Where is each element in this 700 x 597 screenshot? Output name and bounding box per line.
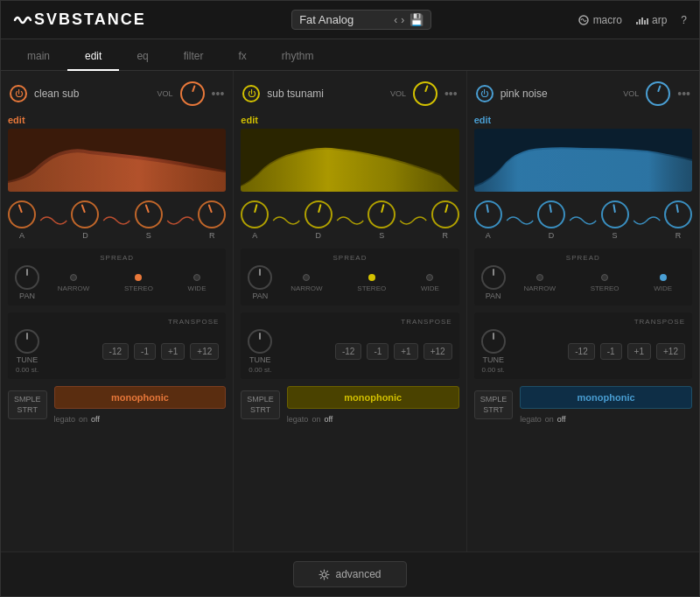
adsr-s-knob-2[interactable] <box>368 200 396 228</box>
help-button[interactable]: ? <box>681 14 687 26</box>
pan-knob-2[interactable] <box>248 265 272 290</box>
transpose-minus12-3[interactable]: -12 <box>568 343 594 360</box>
synth-columns: ⏻ clean sub VOL ••• edit <box>1 71 699 551</box>
prev-preset-button[interactable]: ‹ <box>394 14 397 26</box>
transpose-plus1-3[interactable]: +1 <box>627 343 651 360</box>
transpose-header-1: TRANSPOSE <box>15 318 219 326</box>
adsr-s-knob-3[interactable] <box>601 200 629 228</box>
transpose-plus1-1[interactable]: +1 <box>161 343 185 360</box>
spread-narrow-2[interactable]: NARROW <box>290 274 322 292</box>
mono-button-3[interactable]: monophonic <box>520 386 692 409</box>
tab-rhythm[interactable]: rhythm <box>264 43 332 71</box>
legato-off-2[interactable]: off <box>324 415 332 424</box>
spread-header-1: SPREAD <box>15 254 219 262</box>
adsr-wave-1 <box>36 212 71 229</box>
smpl-button-1[interactable]: SMPLESTRT <box>8 390 47 419</box>
power-button-3[interactable]: ⏻ <box>476 85 494 102</box>
transpose-plus12-3[interactable]: +12 <box>656 343 685 360</box>
smpl-button-3[interactable]: SMPLESTRT <box>474 390 514 419</box>
adsr-r-knob-1[interactable] <box>198 200 226 228</box>
legato-row-2: legato on off <box>287 415 459 424</box>
vol-knob-2[interactable] <box>413 81 438 106</box>
transpose-minus1-2[interactable]: -1 <box>367 343 388 360</box>
spread-wide-2[interactable]: WIDE <box>421 274 439 292</box>
more-menu-1[interactable]: ••• <box>212 87 225 101</box>
legato-off-3[interactable]: off <box>557 415 566 424</box>
advanced-button[interactable]: advanced <box>293 561 406 587</box>
legato-on-3[interactable]: on <box>545 415 554 424</box>
spread-narrow-dot-3 <box>536 274 543 281</box>
spread-stereo-dot-2 <box>368 274 375 281</box>
pan-label-2: PAN <box>252 291 268 300</box>
adsr-a-knob-3[interactable] <box>474 200 502 228</box>
adsr-s-3: S <box>601 200 629 240</box>
more-menu-2[interactable]: ••• <box>444 87 458 101</box>
vol-label-1: VOL <box>158 89 173 98</box>
spread-options-3: NARROW STEREO WIDE <box>511 274 685 292</box>
vol-label-2: VOL <box>390 89 406 98</box>
spread-stereo-3[interactable]: STEREO <box>591 274 620 292</box>
svg-rect-2 <box>639 19 640 25</box>
transpose-minus12-1[interactable]: -12 <box>102 343 129 360</box>
adsr-r-knob-3[interactable] <box>664 200 692 228</box>
preset-selector[interactable]: Fat Analog ‹ › 💾 <box>291 10 431 30</box>
channel-name-1: clean sub <box>34 88 150 100</box>
transpose-minus12-2[interactable]: -12 <box>335 343 361 360</box>
adsr-d-knob-1[interactable] <box>71 200 99 228</box>
tab-main[interactable]: main <box>10 43 67 71</box>
spread-stereo-1[interactable]: STEREO <box>124 274 153 292</box>
adsr-a-knob-1[interactable] <box>8 200 36 228</box>
vol-knob-1[interactable] <box>180 81 205 106</box>
pan-knob-wrap-3: PAN <box>481 265 506 300</box>
legato-on-1[interactable]: on <box>79 415 88 424</box>
spread-narrow-3[interactable]: NARROW <box>524 274 556 292</box>
tab-eq[interactable]: eq <box>119 43 165 71</box>
tune-transpose-3: TRANSPOSE TUNE 0.00 st. -12 -1 +1 +12 <box>474 313 692 379</box>
pan-knob-3[interactable] <box>481 265 506 290</box>
pan-knob-1[interactable] <box>15 265 39 290</box>
tab-edit[interactable]: edit <box>67 43 119 71</box>
more-menu-3[interactable]: ••• <box>677 87 690 101</box>
transpose-header-3: TRANSPOSE <box>481 318 685 326</box>
spread-wide-3[interactable]: WIDE <box>654 274 672 292</box>
vol-knob-3[interactable] <box>646 81 670 106</box>
save-preset-button[interactable]: 💾 <box>410 13 424 26</box>
spread-stereo-2[interactable]: STEREO <box>357 274 386 292</box>
tune-val-2: 0.00 st. <box>248 366 271 374</box>
adsr-wave-7 <box>502 212 537 229</box>
smpl-button-2[interactable]: SMPLESTRT <box>241 390 280 419</box>
power-button-2[interactable]: ⏻ <box>242 85 260 102</box>
adsr-wave-3 <box>163 212 198 229</box>
tune-label-2: TUNE <box>249 355 271 364</box>
transpose-plus12-1[interactable]: +12 <box>190 343 219 360</box>
tab-filter[interactable]: filter <box>166 43 221 71</box>
adsr-a-knob-2[interactable] <box>241 200 269 228</box>
transpose-plus1-2[interactable]: +1 <box>394 343 417 360</box>
adsr-d-1: D <box>71 200 99 240</box>
tune-knob-1[interactable] <box>15 329 39 354</box>
adsr-d-knob-2[interactable] <box>304 200 332 228</box>
transpose-minus1-1[interactable]: -1 <box>134 343 156 360</box>
adsr-row-3: A D S <box>474 200 692 240</box>
spread-narrow-dot-1 <box>70 274 77 281</box>
arp-button[interactable]: arp <box>636 14 667 26</box>
transpose-minus1-3[interactable]: -1 <box>600 343 622 360</box>
adsr-r-3: R <box>664 200 692 240</box>
tune-knob-3[interactable] <box>481 329 506 354</box>
transpose-plus12-2[interactable]: +12 <box>424 343 452 360</box>
macro-button[interactable]: macro <box>578 14 622 26</box>
adsr-r-knob-2[interactable] <box>431 200 459 228</box>
legato-on-2[interactable]: on <box>312 415 320 424</box>
adsr-d-knob-3[interactable] <box>537 200 565 228</box>
legato-off-1[interactable]: off <box>91 415 100 424</box>
spread-narrow-dot-2 <box>303 274 310 281</box>
tab-fx[interactable]: fx <box>220 43 263 71</box>
next-preset-button[interactable]: › <box>401 14 404 26</box>
adsr-s-knob-1[interactable] <box>135 200 163 228</box>
tune-knob-2[interactable] <box>248 329 272 354</box>
mono-button-1[interactable]: monophonic <box>54 386 227 409</box>
spread-narrow-1[interactable]: NARROW <box>58 274 89 292</box>
spread-wide-1[interactable]: WIDE <box>188 274 206 292</box>
power-button-1[interactable]: ⏻ <box>10 85 27 102</box>
mono-button-2[interactable]: monophonic <box>287 386 459 409</box>
